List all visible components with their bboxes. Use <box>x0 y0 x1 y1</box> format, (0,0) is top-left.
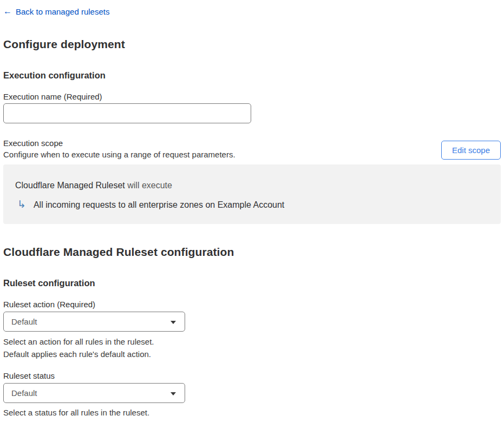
ruleset-action-helper-line2: Default applies each rule's default acti… <box>3 348 501 360</box>
ruleset-configuration-heading: Ruleset configuration <box>3 278 501 288</box>
ruleset-status-select[interactable]: Default <box>3 383 185 403</box>
execution-scope-description: Configure when to execute using a range … <box>3 149 235 160</box>
ruleset-status-label: Ruleset status <box>3 371 501 380</box>
execution-name-input[interactable] <box>3 103 251 123</box>
execution-summary-scope-line: ↳ All incoming requests to all enterpris… <box>15 199 489 211</box>
execution-scope-label: Execution scope <box>3 137 235 149</box>
execution-name-label: Execution name (Required) <box>3 92 501 101</box>
ruleset-name-text: Cloudflare Managed Ruleset <box>15 181 125 190</box>
chevron-down-icon <box>171 321 176 324</box>
branch-arrow-icon: ↳ <box>17 199 26 210</box>
ruleset-action-helper-line1: Select an action for all rules in the ru… <box>3 335 501 348</box>
execution-summary-headline: Cloudflare Managed Ruleset will execute <box>15 180 489 192</box>
page-title: Configure deployment <box>3 38 501 51</box>
back-to-managed-rulesets-link[interactable]: ← Back to managed rulesets <box>3 7 109 16</box>
back-arrow-icon: ← <box>3 7 12 16</box>
execution-scope-texts: Execution scope Configure when to execut… <box>3 137 235 160</box>
ruleset-status-helper: Select a status for all rules in the rul… <box>3 406 501 419</box>
ruleset-action-selected-value: Default <box>11 317 37 326</box>
ruleset-status-selected-value: Default <box>11 388 37 398</box>
configure-deployment-page: ← Back to managed rulesets Configure dep… <box>0 0 504 419</box>
execution-scope-row: Execution scope Configure when to execut… <box>3 137 501 160</box>
ruleset-action-select[interactable]: Default <box>3 312 185 332</box>
execution-scope-value: All incoming requests to all enterprise … <box>34 199 284 211</box>
chevron-down-icon <box>171 392 176 395</box>
ruleset-configuration-page-title: Cloudflare Managed Ruleset configuration <box>3 246 501 259</box>
execution-summary-box: Cloudflare Managed Ruleset will execute … <box>3 164 501 224</box>
back-link-label: Back to managed rulesets <box>16 7 109 16</box>
execution-configuration-heading: Execution configuration <box>3 70 501 81</box>
edit-scope-button[interactable]: Edit scope <box>441 141 501 160</box>
will-execute-text: will execute <box>127 181 172 190</box>
ruleset-action-label: Ruleset action (Required) <box>3 300 501 309</box>
